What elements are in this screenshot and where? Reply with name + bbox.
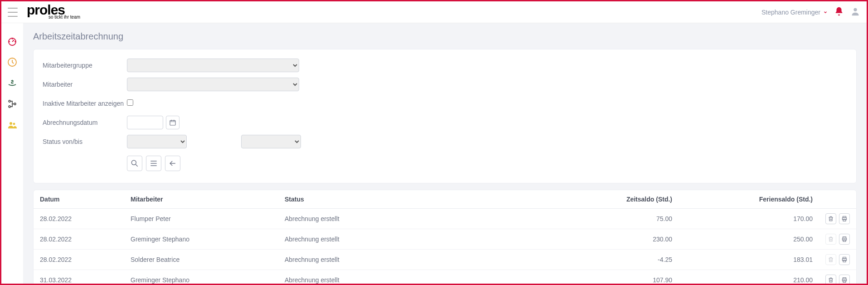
clock-icon[interactable]	[7, 57, 18, 68]
inactive-checkbox[interactable]	[127, 99, 133, 106]
print-button[interactable]	[839, 213, 850, 224]
col-time-balance: Zeitsaldo (Std.)	[583, 190, 679, 209]
svg-point-7	[13, 123, 15, 125]
list-button[interactable]	[146, 156, 161, 171]
filter-panel: Mitarbeitergruppe Mitarbeiter Inaktive M…	[33, 49, 857, 183]
svg-point-0	[853, 8, 857, 11]
dashboard-icon[interactable]	[7, 36, 18, 47]
print-icon	[841, 256, 848, 263]
svg-rect-8	[170, 120, 175, 125]
print-icon	[841, 277, 848, 283]
payment-icon[interactable]	[7, 78, 18, 88]
svg-rect-12	[843, 219, 846, 221]
trash-icon	[828, 216, 834, 222]
status-from-select[interactable]	[127, 135, 187, 148]
calendar-button[interactable]	[166, 116, 179, 129]
svg-rect-21	[843, 280, 846, 282]
cell-vacation: 250.00	[679, 229, 819, 250]
col-employee: Mitarbeiter	[124, 190, 278, 209]
team-icon[interactable]	[7, 119, 18, 130]
back-button[interactable]	[165, 156, 180, 171]
col-status: Status	[278, 190, 583, 209]
print-button[interactable]	[839, 234, 850, 245]
cell-status: Abrechnung erstellt	[278, 209, 583, 229]
cell-time: 75.00	[583, 209, 679, 229]
cell-vacation: 183.01	[679, 250, 819, 270]
trash-icon	[828, 236, 834, 242]
delete-button	[825, 234, 836, 245]
user-name-label: Stephano Greminger	[761, 9, 820, 16]
cell-time: 230.00	[583, 229, 679, 250]
employee-group-select[interactable]	[127, 59, 299, 72]
cell-date: 28.02.2022	[34, 209, 124, 229]
top-bar: proles so tickt ihr team Stephano Gremin…	[1, 1, 867, 23]
cell-employee: Greminger Stephano	[124, 229, 278, 250]
network-icon[interactable]	[7, 98, 18, 109]
cell-date: 31.03.2022	[34, 270, 124, 284]
filter-employee-label: Mitarbeiter	[43, 81, 127, 88]
bell-icon[interactable]	[834, 6, 844, 18]
results-table: Datum Mitarbeiter Status Zeitsaldo (Std.…	[34, 190, 856, 284]
arrow-left-icon	[168, 159, 177, 168]
col-vacation-balance: Feriensaldo (Std.)	[679, 190, 819, 209]
cell-time: -4.25	[583, 250, 679, 270]
results-table-panel: Datum Mitarbeiter Status Zeitsaldo (Std.…	[33, 190, 857, 284]
print-button[interactable]	[839, 275, 850, 284]
cell-vacation: 210.00	[679, 270, 819, 284]
svg-point-6	[10, 122, 12, 125]
svg-point-9	[131, 160, 136, 165]
filter-date-label: Abrechnungsdatum	[43, 119, 127, 126]
chevron-down-icon	[823, 10, 828, 15]
delete-button[interactable]	[825, 213, 836, 224]
status-to-select[interactable]	[241, 135, 301, 148]
search-icon	[130, 159, 139, 168]
cell-vacation: 170.00	[679, 209, 819, 229]
user-menu[interactable]: Stephano Greminger	[761, 9, 828, 16]
user-icon[interactable]	[850, 6, 860, 18]
svg-rect-15	[843, 240, 846, 241]
logo-text: proles	[27, 5, 65, 15]
svg-point-5	[14, 103, 16, 105]
print-icon	[841, 236, 848, 242]
svg-point-3	[9, 100, 10, 102]
print-icon	[841, 216, 848, 222]
page-title: Arbeitszeitabrechnung	[33, 31, 857, 42]
svg-point-4	[9, 106, 10, 108]
cell-status: Abrechnung erstellt	[278, 229, 583, 250]
cell-status: Abrechnung erstellt	[278, 250, 583, 270]
list-icon	[149, 159, 158, 168]
search-button[interactable]	[127, 156, 142, 171]
trash-icon	[828, 256, 834, 263]
main-content: Arbeitszeitabrechnung Mitarbeitergruppe …	[23, 23, 867, 284]
col-date: Datum	[34, 190, 124, 209]
employee-select[interactable]	[127, 78, 299, 91]
delete-button	[825, 254, 836, 265]
sidebar	[1, 23, 23, 284]
settlement-date-input[interactable]	[127, 116, 163, 129]
cell-date: 28.02.2022	[34, 229, 124, 250]
calendar-icon	[169, 119, 176, 126]
delete-button[interactable]	[825, 275, 836, 284]
filter-status-label: Status von/bis	[43, 138, 127, 145]
table-row: 31.03.2022Greminger StephanoAbrechnung e…	[34, 270, 856, 284]
filter-group-label: Mitarbeitergruppe	[43, 62, 127, 69]
svg-rect-18	[843, 260, 846, 262]
table-row: 28.02.2022Greminger StephanoAbrechnung e…	[34, 229, 856, 250]
hamburger-menu[interactable]	[8, 8, 18, 17]
cell-date: 28.02.2022	[34, 250, 124, 270]
table-row: 28.02.2022Flumper PeterAbrechnung erstel…	[34, 209, 856, 229]
cell-employee: Greminger Stephano	[124, 270, 278, 284]
table-row: 28.02.2022Solderer BeatriceAbrechnung er…	[34, 250, 856, 270]
trash-icon	[828, 277, 834, 283]
cell-status: Abrechnung erstellt	[278, 270, 583, 284]
cell-time: 107.90	[583, 270, 679, 284]
print-button[interactable]	[839, 254, 850, 265]
cell-employee: Flumper Peter	[124, 209, 278, 229]
cell-employee: Solderer Beatrice	[124, 250, 278, 270]
logo: proles so tickt ihr team	[27, 5, 80, 20]
filter-inactive-label: Inaktive Mitarbeiter anzeigen	[43, 100, 127, 107]
logo-subtext: so tickt ihr team	[48, 15, 80, 20]
